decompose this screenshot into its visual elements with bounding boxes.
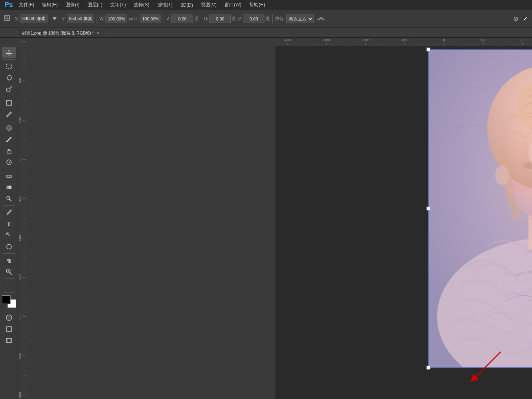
menu-help[interactable]: 帮助(H): [246, 1, 268, 9]
svg-rect-6: [7, 64, 11, 69]
healing-tool[interactable]: [2, 123, 16, 134]
shape-tool[interactable]: [2, 241, 16, 252]
svg-point-12: [6, 116, 7, 117]
warp-icon[interactable]: [315, 13, 326, 24]
h-skew-group: H: 度: [204, 15, 236, 23]
rotate-input[interactable]: [171, 15, 193, 23]
svg-point-7: [6, 88, 10, 92]
svg-point-16: [6, 141, 8, 142]
svg-line-23: [9, 199, 11, 201]
hand-tool[interactable]: [2, 255, 16, 266]
svg-rect-2: [5, 18, 7, 20]
artboard-tool[interactable]: [2, 335, 16, 346]
menu-file[interactable]: 文件(F): [16, 1, 37, 9]
y-input[interactable]: [67, 15, 94, 23]
svg-rect-3: [7, 18, 9, 20]
dodge-tool[interactable]: [2, 193, 16, 204]
v-skew-input[interactable]: [243, 15, 264, 23]
handle-top-left[interactable]: [426, 48, 430, 51]
foreground-color-swatch[interactable]: [2, 295, 11, 304]
rotate-input-group: ∠ 度: [166, 15, 199, 23]
h-label: H:: [134, 16, 138, 21]
y-label: Y:: [62, 16, 66, 21]
document-tab[interactable]: 封面1.png @ 100% (图层 0, RGB/8) * ×: [18, 29, 104, 37]
v-skew-group: V: 度: [238, 15, 270, 23]
svg-point-55: [495, 165, 509, 185]
svg-line-8: [10, 86, 12, 88]
menu-filter[interactable]: 滤镜(T): [154, 1, 176, 9]
svg-rect-32: [6, 339, 12, 342]
w-input[interactable]: [106, 15, 127, 23]
svg-rect-17: [7, 151, 11, 153]
extras-tool[interactable]: ···: [2, 280, 16, 291]
quick-select-tool[interactable]: [2, 84, 16, 95]
path-select-tool[interactable]: [2, 230, 16, 241]
degree3: 度: [266, 16, 270, 22]
canvas-wrapper: [275, 38, 532, 399]
color-swatches: [2, 295, 16, 308]
x-input[interactable]: [20, 15, 47, 23]
h-input-group: H:: [134, 15, 161, 23]
ruler-corner: [0, 38, 18, 46]
marquee-tool[interactable]: [2, 61, 16, 72]
h-input[interactable]: [140, 15, 161, 23]
chain-link-icon[interactable]: ∞: [129, 16, 133, 22]
menu-view[interactable]: 视图(V): [198, 1, 220, 9]
tool-panel: T: [0, 46, 18, 399]
menu-3d[interactable]: 3D(D): [177, 2, 196, 9]
svg-rect-9: [7, 101, 11, 105]
rotate-label: ∠: [166, 16, 170, 21]
interpolation-group: 插值: 两次立方 双线性 邻近: [275, 15, 313, 23]
menu-type[interactable]: 文字(T): [107, 1, 129, 9]
left-side: T: [0, 38, 532, 399]
y-input-group: Y:: [62, 15, 94, 23]
lasso-tool[interactable]: [2, 72, 16, 83]
h-skew-label: H:: [204, 16, 208, 21]
menu-select[interactable]: 选择(S): [131, 1, 153, 9]
screen-mode-tool[interactable]: [2, 324, 16, 335]
tab-bar: 封面1.png @ 100% (图层 0, RGB/8) * ×: [0, 27, 532, 38]
image-container[interactable]: [428, 49, 532, 368]
degree2: 度: [232, 16, 236, 22]
svg-point-24: [10, 210, 11, 211]
history-brush-tool[interactable]: [2, 157, 16, 168]
zoom-tool[interactable]: [2, 266, 16, 277]
stamp-tool[interactable]: [2, 145, 16, 156]
svg-line-27: [10, 273, 12, 275]
app-logo: Ps: [3, 0, 14, 11]
interpolation-select[interactable]: 两次立方 双线性 邻近: [286, 15, 314, 23]
h-skew-input[interactable]: [209, 15, 231, 23]
menu-edit[interactable]: 编辑(E): [39, 1, 61, 9]
gradient-tool[interactable]: [2, 182, 16, 193]
handle-bottom-left[interactable]: [426, 366, 430, 370]
transform-ref-icon[interactable]: [2, 13, 13, 24]
confirm-button[interactable]: ✓: [521, 15, 530, 22]
quick-mask-tool[interactable]: [2, 312, 16, 323]
menu-window[interactable]: 窗口(W): [221, 1, 244, 9]
portrait-image: [428, 49, 532, 368]
svg-marker-5: [6, 49, 12, 56]
main-layout: T: [0, 38, 532, 399]
move-tool[interactable]: [2, 47, 16, 58]
crop-tool[interactable]: [2, 97, 16, 108]
horizontal-ruler: [275, 38, 532, 46]
brush-tool[interactable]: [2, 134, 16, 145]
cancel-button[interactable]: ⊘: [512, 15, 520, 22]
svg-rect-1: [7, 16, 9, 18]
degree1: 度: [194, 16, 199, 22]
svg-point-4: [5, 16, 7, 17]
handle-middle-left[interactable]: [426, 207, 430, 210]
eyedropper-tool[interactable]: [2, 109, 16, 120]
canvas-area[interactable]: [275, 46, 532, 399]
vertical-ruler: [18, 38, 275, 399]
tab-title: 封面1.png @ 100% (图层 0, RGB/8) *: [22, 30, 94, 36]
x-label: X:: [15, 16, 19, 21]
svg-rect-21: [7, 186, 11, 189]
menu-layer[interactable]: 图层(L): [84, 1, 106, 9]
menu-image[interactable]: 图像(I): [62, 1, 82, 9]
type-tool[interactable]: T: [2, 218, 16, 229]
tab-close-button[interactable]: ×: [96, 31, 100, 36]
v-skew-label: V:: [238, 16, 242, 21]
eraser-tool[interactable]: [2, 170, 16, 181]
pen-tool[interactable]: [2, 207, 16, 218]
